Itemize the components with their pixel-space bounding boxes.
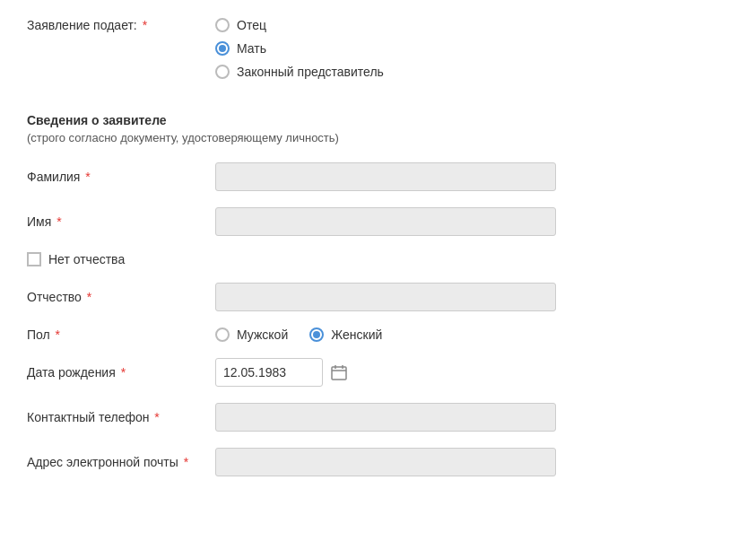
phone-input[interactable] (215, 403, 556, 432)
applicant-row: Заявление подает: * Отец Мать Законный п… (27, 18, 756, 97)
radio-mother-label: Мать (237, 41, 266, 56)
name-row: Имя * (27, 207, 756, 236)
patronymic-label-text: Отчество (27, 290, 82, 304)
email-label-text: Адрес электронной почты (27, 455, 178, 469)
radio-male-label: Мужской (237, 327, 288, 342)
patronymic-label: Отчество * (27, 290, 215, 304)
radio-female-label: Женский (331, 327, 382, 342)
name-label-text: Имя (27, 214, 51, 229)
radio-legal[interactable] (215, 65, 230, 79)
surname-label-text: Фамилия (27, 170, 80, 184)
dob-label-text: Дата рождения (27, 365, 116, 380)
section-subheading: (строго согласно документу, удостоверяющ… (27, 131, 756, 144)
no-patronymic-checkbox[interactable] (27, 252, 41, 266)
email-row: Адрес электронной почты * (27, 448, 756, 476)
applicant-radio-group: Отец Мать Законный представитель (215, 18, 384, 79)
applicant-required: * (139, 18, 147, 32)
no-patronymic-row: Нет отчества (27, 252, 756, 266)
phone-row: Контактный телефон * (27, 403, 756, 432)
gender-row: Пол * Мужской Женский (27, 327, 756, 342)
radio-father-label: Отец (237, 18, 266, 32)
surname-input[interactable] (215, 162, 556, 191)
radio-male[interactable] (215, 327, 230, 342)
surname-row: Фамилия * (27, 162, 756, 191)
patronymic-row: Отчество * (27, 283, 756, 311)
dob-label: Дата рождения * (27, 365, 215, 380)
radio-female[interactable] (309, 327, 324, 342)
surname-label: Фамилия * (27, 170, 215, 184)
form-section: Заявление подает: * Отец Мать Законный п… (27, 18, 756, 476)
applicant-label: Заявление подает: * (27, 18, 215, 32)
email-input[interactable] (215, 448, 556, 476)
name-input[interactable] (215, 207, 556, 236)
gender-radio-group: Мужской Женский (215, 327, 382, 342)
phone-label-text: Контактный телефон (27, 410, 149, 424)
section-heading: Сведения о заявителе (27, 113, 756, 127)
gender-label-text: Пол (27, 327, 50, 342)
no-patronymic-label: Нет отчества (48, 252, 125, 266)
email-label: Адрес электронной почты * (27, 455, 215, 469)
radio-item-father[interactable]: Отец (215, 18, 384, 32)
phone-label: Контактный телефон * (27, 410, 215, 424)
name-label: Имя * (27, 214, 215, 229)
gender-label: Пол * (27, 327, 215, 342)
date-input-wrapper (215, 358, 350, 387)
applicant-label-text: Заявление подает: (27, 18, 137, 32)
radio-legal-label: Законный представитель (237, 65, 384, 79)
radio-father[interactable] (215, 18, 230, 32)
section-info: Сведения о заявителе (строго согласно до… (27, 113, 756, 144)
radio-mother[interactable] (215, 41, 230, 56)
calendar-icon[interactable] (328, 362, 350, 383)
radio-item-legal[interactable]: Законный представитель (215, 65, 384, 79)
radio-item-male[interactable]: Мужской (215, 327, 288, 342)
dob-input[interactable] (215, 358, 323, 387)
radio-item-female[interactable]: Женский (309, 327, 382, 342)
svg-rect-0 (332, 367, 346, 380)
dob-row: Дата рождения * (27, 358, 756, 387)
patronymic-input[interactable] (215, 283, 556, 311)
radio-item-mother[interactable]: Мать (215, 41, 384, 56)
